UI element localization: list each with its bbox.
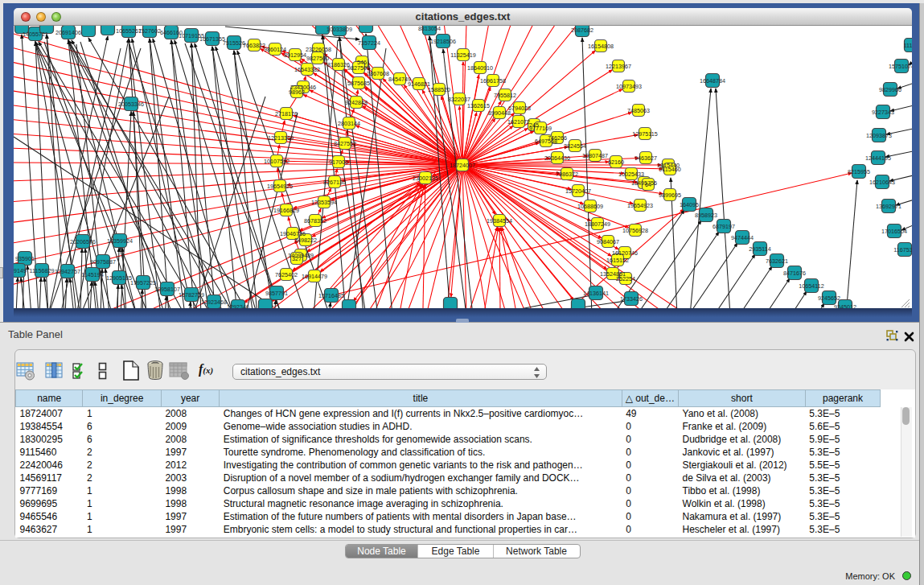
svg-text:9474444: 9474444	[731, 234, 754, 241]
svg-text:9777169: 9777169	[529, 125, 552, 132]
svg-text:1292346: 1292346	[227, 303, 249, 309]
svg-text:3824554: 3824554	[564, 142, 586, 150]
svg-text:1362615: 1362615	[467, 102, 490, 109]
svg-text:19654925: 19654925	[267, 183, 293, 190]
svg-text:10025433: 10025433	[618, 171, 644, 178]
svg-text:8678352: 8678352	[304, 217, 326, 225]
svg-text:12213967: 12213967	[606, 63, 631, 70]
svg-text:9084067: 9084067	[597, 238, 619, 245]
svg-text:16782759: 16782759	[179, 291, 204, 299]
svg-text:8958923: 8958923	[695, 212, 717, 219]
svg-text:7986372: 7986372	[556, 171, 578, 178]
svg-text:17957225: 17957225	[130, 279, 156, 286]
svg-text:8912954: 8912954	[284, 51, 306, 59]
svg-text:10107552: 10107552	[264, 158, 290, 165]
svg-text:20053346: 20053346	[118, 101, 144, 108]
svg-text:2867608: 2867608	[367, 70, 389, 77]
svg-text:12975115: 12975115	[632, 130, 657, 138]
svg-text:1588520: 1588520	[428, 86, 450, 93]
svg-text:9860124: 9860124	[264, 46, 286, 53]
svg-text:6497568: 6497568	[535, 138, 557, 145]
svg-text:6879197: 6879197	[713, 223, 735, 230]
svg-text:11325419: 11325419	[450, 51, 475, 59]
svg-text:10756928: 10756928	[622, 227, 648, 234]
svg-text:1527602: 1527602	[138, 27, 161, 35]
svg-text:64: 64	[645, 181, 651, 188]
svg-text:7485063: 7485063	[627, 107, 650, 114]
svg-text:13692971: 13692971	[876, 203, 901, 210]
svg-text:12353594: 12353594	[311, 199, 337, 206]
svg-text:12923468: 12923468	[201, 299, 227, 306]
svg-text:10033809: 10033809	[326, 26, 352, 33]
svg-text:14055721: 14055721	[23, 31, 48, 38]
svg-text:8471676: 8471676	[783, 270, 806, 277]
svg-text:10973493: 10973493	[616, 83, 642, 90]
svg-text:16154808: 16154808	[588, 43, 614, 50]
svg-text:17016504: 17016504	[881, 228, 907, 235]
svg-text:7632621: 7632621	[766, 257, 788, 265]
svg-text:9829966: 9829966	[879, 86, 901, 93]
svg-text:917006: 917006	[329, 159, 348, 166]
svg-text:3498222: 3498222	[294, 237, 317, 244]
svg-text:6794028: 6794028	[508, 105, 531, 112]
svg-text:16671355: 16671355	[199, 35, 225, 43]
svg-text:8267130: 8267130	[323, 179, 346, 186]
svg-text:10654112: 10654112	[799, 282, 823, 290]
svg-text:18807249: 18807249	[585, 220, 610, 228]
svg-text:2935114: 2935114	[749, 245, 770, 253]
svg-text:16961758: 16961758	[480, 77, 506, 84]
svg-text:9463627: 9463627	[634, 154, 657, 162]
svg-text:8427552: 8427552	[334, 140, 356, 147]
svg-text:10807487: 10807487	[582, 152, 608, 159]
svg-text:9146821: 9146821	[408, 80, 430, 88]
svg-text:9242848: 9242848	[345, 99, 368, 106]
svg-text:19654923: 19654923	[627, 202, 653, 209]
svg-text:9115460: 9115460	[659, 166, 680, 173]
svg-text:9345012: 9345012	[834, 303, 856, 309]
svg-text:10688609: 10688609	[577, 203, 603, 210]
svg-text:16120746: 16120746	[612, 249, 638, 257]
svg-text:8186326: 8186326	[327, 61, 350, 68]
svg-text:9245652: 9245652	[818, 295, 840, 302]
svg-text:7357224: 7357224	[358, 39, 380, 47]
svg-text:19218506: 19218506	[430, 38, 456, 45]
svg-text:12444195: 12444195	[865, 154, 891, 162]
svg-text:1145194: 1145194	[81, 271, 103, 278]
svg-text:1621072: 1621072	[507, 118, 530, 126]
svg-text:1167533: 1167533	[893, 246, 912, 253]
svg-text:20364436: 20364436	[544, 154, 570, 162]
svg-text:8215955: 8215955	[848, 168, 870, 175]
svg-text:2087682: 2087682	[571, 27, 593, 34]
svg-text:18495756: 18495756	[631, 179, 657, 187]
svg-text:9857791: 9857791	[265, 290, 288, 297]
svg-text:10958107: 10958107	[154, 286, 180, 293]
svg-text:19166829: 19166829	[273, 207, 299, 214]
svg-text:16914479: 16914479	[302, 273, 327, 280]
svg-text:12093873: 12093873	[866, 132, 892, 139]
svg-text:16543382: 16543382	[294, 66, 320, 73]
svg-text:12942757: 12942757	[55, 268, 80, 275]
svg-text:2718176: 2718176	[275, 110, 298, 117]
svg-text:39149: 39149	[14, 267, 27, 274]
svg-text:1733426: 1733426	[620, 295, 643, 303]
svg-text:935901: 935901	[15, 255, 35, 262]
svg-text:20206576: 20206576	[70, 238, 96, 245]
svg-text:15720407: 15720407	[565, 187, 591, 195]
svg-text:9227343: 9227343	[872, 109, 894, 116]
svg-text:7663822: 7663822	[243, 42, 265, 49]
svg-text:23002135: 23002135	[413, 175, 438, 182]
svg-text:164095: 164095	[680, 201, 699, 208]
svg-text:15716485: 15716485	[318, 292, 344, 299]
svg-text:252254: 252254	[616, 275, 635, 282]
svg-text:8990448: 8990448	[488, 109, 511, 117]
svg-text:20691406: 20691406	[55, 29, 81, 36]
svg-text:7515526: 7515526	[223, 39, 245, 47]
svg-text:7955812: 7955812	[494, 92, 516, 99]
svg-text:98962: 98962	[289, 89, 305, 96]
svg-text:62160: 62160	[608, 159, 624, 166]
svg-text:1615152: 1615152	[606, 257, 629, 264]
svg-text:327: 327	[292, 255, 302, 262]
svg-text:18724007: 18724007	[450, 162, 475, 169]
svg-text:16210643: 16210643	[869, 179, 895, 186]
svg-text:11156829: 11156829	[30, 267, 55, 274]
